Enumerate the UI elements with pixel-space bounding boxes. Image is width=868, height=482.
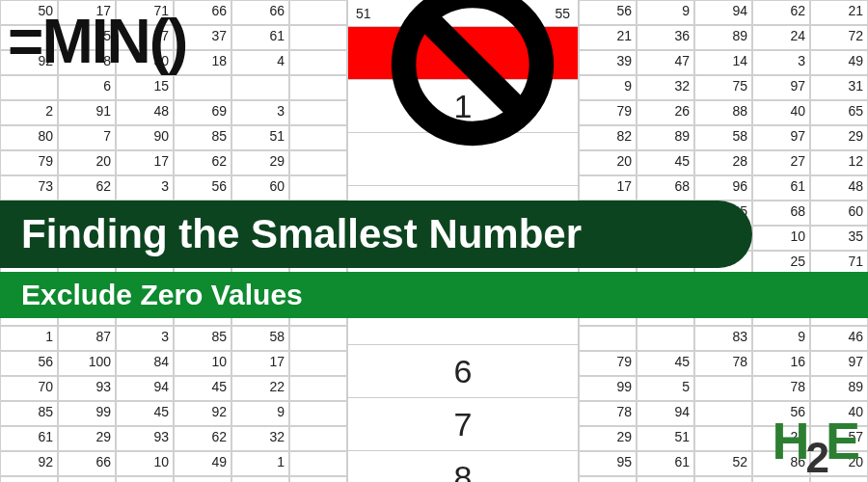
cell[interactable]: 56: [579, 0, 637, 25]
cell[interactable]: 68: [752, 201, 810, 226]
cell[interactable]: 89: [810, 376, 868, 401]
cell[interactable]: 72: [810, 25, 868, 50]
cell[interactable]: 6: [231, 476, 289, 482]
cell[interactable]: 31: [810, 75, 868, 100]
cell[interactable]: 3: [116, 175, 174, 201]
cell[interactable]: 78: [579, 401, 637, 426]
cell[interactable]: 10: [752, 226, 810, 251]
cell[interactable]: 9: [231, 401, 289, 426]
cell[interactable]: 93: [116, 426, 174, 451]
cell[interactable]: 14: [694, 50, 752, 75]
cell[interactable]: [231, 75, 289, 100]
cell[interactable]: 92: [0, 451, 58, 476]
cell[interactable]: 20: [579, 150, 637, 175]
cell[interactable]: 64: [116, 476, 174, 482]
cell[interactable]: 94: [116, 376, 174, 401]
cell[interactable]: 45: [637, 351, 694, 376]
cell[interactable]: 35: [810, 226, 868, 251]
cell[interactable]: 40: [752, 100, 810, 125]
cell[interactable]: 58: [231, 326, 289, 351]
cell[interactable]: 10: [174, 351, 231, 376]
cell[interactable]: 90: [116, 125, 174, 150]
cell[interactable]: 17: [579, 175, 637, 201]
cell[interactable]: 85: [174, 326, 231, 351]
cell[interactable]: 39: [579, 50, 637, 75]
cell[interactable]: 56: [0, 351, 58, 376]
cell[interactable]: 29: [58, 426, 116, 451]
cell[interactable]: 62: [174, 150, 231, 175]
cell[interactable]: 29: [231, 150, 289, 175]
cell[interactable]: 88: [694, 100, 752, 125]
cell[interactable]: [637, 326, 694, 351]
cell[interactable]: 7: [58, 476, 116, 482]
cell[interactable]: 9: [694, 476, 752, 482]
cell[interactable]: 84: [116, 351, 174, 376]
cell[interactable]: [289, 476, 347, 482]
cell[interactable]: 93: [58, 376, 116, 401]
cell[interactable]: [694, 376, 752, 401]
cell[interactable]: 48: [810, 175, 868, 201]
cell[interactable]: 70: [0, 376, 58, 401]
cell[interactable]: 9: [752, 326, 810, 351]
cell[interactable]: 9: [637, 0, 694, 25]
cell[interactable]: [289, 125, 347, 150]
cell[interactable]: 91: [58, 100, 116, 125]
cell[interactable]: 66: [58, 451, 116, 476]
cell[interactable]: 29: [810, 125, 868, 150]
cell[interactable]: [289, 326, 347, 351]
cell[interactable]: 69: [579, 476, 637, 482]
cell[interactable]: 78: [694, 351, 752, 376]
cell[interactable]: 27: [752, 150, 810, 175]
cell[interactable]: [289, 401, 347, 426]
cell[interactable]: 17: [231, 351, 289, 376]
cell[interactable]: 6: [58, 75, 116, 100]
cell[interactable]: 12: [810, 150, 868, 175]
cell[interactable]: 1: [0, 326, 58, 351]
cell[interactable]: 73: [0, 175, 58, 201]
cell[interactable]: 60: [231, 175, 289, 201]
cell[interactable]: 85: [0, 401, 58, 426]
cell[interactable]: 80: [0, 125, 58, 150]
cell[interactable]: 58: [694, 125, 752, 150]
cell[interactable]: 16: [752, 351, 810, 376]
cell[interactable]: 7: [58, 125, 116, 150]
cell[interactable]: [289, 75, 347, 100]
cell[interactable]: 52: [694, 451, 752, 476]
cell[interactable]: 69: [174, 100, 231, 125]
cell[interactable]: [289, 150, 347, 175]
cell[interactable]: 32: [231, 426, 289, 451]
cell[interactable]: 3: [752, 50, 810, 75]
cell[interactable]: 1: [231, 451, 289, 476]
cell[interactable]: 45: [637, 150, 694, 175]
cell[interactable]: [289, 426, 347, 451]
cell[interactable]: 61: [637, 451, 694, 476]
cell[interactable]: 3: [116, 326, 174, 351]
cell[interactable]: 10: [116, 451, 174, 476]
cell[interactable]: 60: [810, 201, 868, 226]
cell[interactable]: 56: [174, 175, 231, 201]
cell[interactable]: 48: [116, 100, 174, 125]
cell[interactable]: 3: [231, 100, 289, 125]
cell[interactable]: 94: [637, 401, 694, 426]
cell[interactable]: [289, 351, 347, 376]
cell[interactable]: [579, 326, 637, 351]
cell[interactable]: 62: [174, 426, 231, 451]
cell[interactable]: [289, 451, 347, 476]
cell[interactable]: 2: [0, 100, 58, 125]
cell[interactable]: 65: [810, 100, 868, 125]
cell[interactable]: 5: [637, 376, 694, 401]
cell[interactable]: 94: [694, 0, 752, 25]
cell[interactable]: 49: [174, 451, 231, 476]
cell[interactable]: [752, 476, 810, 482]
cell[interactable]: [694, 401, 752, 426]
cell[interactable]: 85: [174, 125, 231, 150]
cell[interactable]: 21: [579, 25, 637, 50]
cell[interactable]: 79: [579, 100, 637, 125]
cell[interactable]: 22: [231, 376, 289, 401]
cell[interactable]: 4: [231, 50, 289, 75]
cell[interactable]: 61: [231, 25, 289, 50]
cell[interactable]: 95: [579, 451, 637, 476]
cell[interactable]: 61: [0, 426, 58, 451]
cell[interactable]: 49: [810, 50, 868, 75]
cell[interactable]: 36: [637, 25, 694, 50]
